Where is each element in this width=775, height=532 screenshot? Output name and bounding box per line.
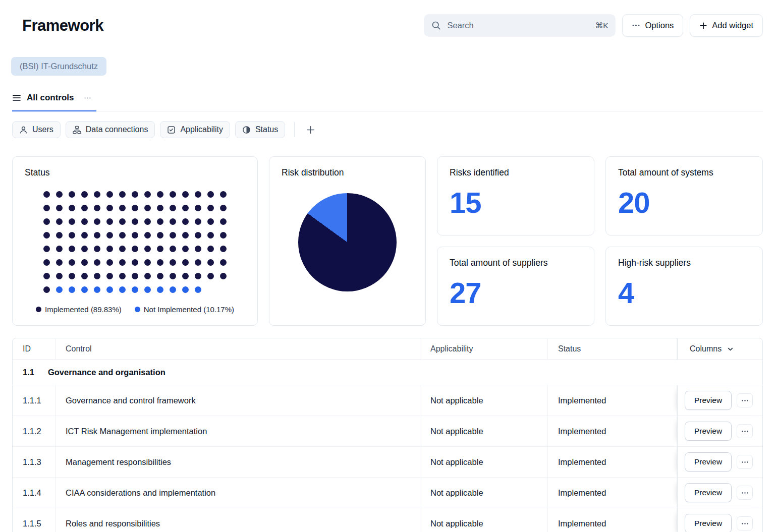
waffle-dot (170, 218, 176, 225)
control-status: Implemented (548, 385, 677, 416)
search-box[interactable]: ⌘K (424, 14, 616, 37)
waffle-dot (81, 286, 88, 293)
waffle-dot (182, 259, 189, 266)
legend-swatch (135, 307, 140, 312)
waffle-dot (220, 232, 227, 239)
waffle-dot (106, 246, 113, 252)
waffle-dot (144, 273, 151, 279)
preview-button[interactable]: Preview (685, 422, 732, 441)
preview-button[interactable]: Preview (685, 391, 732, 410)
waffle-dot (220, 218, 227, 225)
framework-chip[interactable]: (BSI) IT-Grundschutz (11, 57, 106, 76)
preview-button[interactable]: Preview (685, 483, 732, 502)
waffle-dot (220, 273, 227, 279)
ellipsis-icon (632, 21, 640, 30)
waffle-dot (43, 191, 50, 198)
waffle-dot (119, 205, 126, 211)
legend-item: Not Implemented (10.17%) (135, 305, 234, 314)
waffle-dot (81, 218, 88, 225)
column-header-applicability: Applicability (420, 338, 548, 360)
waffle-dot (170, 259, 176, 266)
row-more-button[interactable] (737, 424, 753, 438)
column-header-control: Control (56, 338, 420, 360)
control-id: 1.1.5 (13, 508, 56, 532)
waffle-dot (182, 191, 189, 198)
table-header: ID Control Applicability Status Columns (13, 338, 762, 360)
control-id: 1.1.1 (13, 385, 56, 416)
filter-status[interactable]: Status (235, 121, 285, 138)
waffle-dot (182, 218, 189, 225)
filter-users[interactable]: Users (12, 121, 61, 138)
waffle-dot (69, 205, 75, 211)
waffle-dot (69, 191, 75, 198)
hierarchy-icon (73, 126, 81, 134)
preview-button[interactable]: Preview (685, 514, 732, 532)
preview-button[interactable]: Preview (685, 452, 732, 471)
control-applicability: Not applicable (420, 385, 548, 416)
row-actions: Preview (677, 478, 763, 508)
waffle-dot (56, 273, 63, 279)
options-button[interactable]: Options (622, 14, 683, 37)
waffle-dot (170, 286, 176, 293)
tab-more-icon[interactable] (84, 94, 91, 102)
total-systems-widget: Total amount of systems 20 (605, 156, 763, 235)
waffle-dot (182, 273, 189, 279)
waffle-dot (69, 286, 75, 293)
waffle-dot (43, 218, 50, 225)
waffle-dot (119, 246, 126, 252)
waffle-dot (43, 273, 50, 279)
waffle-dot (207, 259, 214, 266)
waffle-dot (81, 273, 88, 279)
row-more-button[interactable] (737, 393, 753, 407)
risk-pie-chart (298, 193, 397, 291)
waffle-dot (56, 259, 63, 266)
waffle-dot (132, 246, 138, 252)
waffle-dot (144, 246, 151, 252)
high-risk-suppliers-widget: High-risk suppliers 4 (605, 247, 763, 326)
options-label: Options (645, 21, 674, 30)
waffle-dot (94, 218, 100, 225)
add-widget-button[interactable]: Add widget (690, 14, 763, 37)
section-title: Governance and organisation (48, 368, 165, 377)
control-name: Governance and control framework (56, 385, 420, 416)
waffle-dot (106, 218, 113, 225)
waffle-dot (119, 232, 126, 239)
waffle-dot (94, 246, 100, 252)
add-filter-button[interactable] (304, 123, 317, 137)
waffle-dot (81, 246, 88, 252)
waffle-dot (106, 205, 113, 211)
waffle-dot (170, 246, 176, 252)
status-legend: Implemented (89.83%) Not Implemented (10… (25, 305, 245, 314)
waffle-dot (132, 259, 138, 266)
filter-applicability[interactable]: Applicability (160, 121, 230, 138)
header-actions: ⌘K Options Add widget (424, 14, 763, 37)
waffle-dot (69, 218, 75, 225)
filter-label: Users (32, 125, 53, 134)
waffle-dot (195, 259, 201, 266)
risk-distribution-widget: Risk distribution (269, 156, 426, 326)
row-more-button[interactable] (737, 455, 753, 469)
row-more-button[interactable] (737, 516, 753, 530)
columns-menu-button[interactable]: Columns (677, 338, 764, 360)
waffle-dot (157, 273, 163, 279)
filter-data-connections[interactable]: Data connections (66, 121, 155, 138)
waffle-dot (94, 205, 100, 211)
waffle-dot (207, 191, 214, 198)
risks-identified-widget: Risks identified 15 (437, 156, 594, 235)
waffle-dot (81, 259, 88, 266)
row-more-button[interactable] (737, 486, 753, 500)
tab-label: All controls (27, 93, 74, 103)
waffle-dot (157, 232, 163, 239)
search-input[interactable] (446, 20, 590, 31)
row-actions: Preview (677, 416, 763, 446)
widget-grid: Status Implemented (89.83%) Not Implemen… (12, 156, 763, 326)
waffle-dot (132, 205, 138, 211)
control-status: Implemented (548, 508, 677, 532)
waffle-dot (144, 286, 151, 293)
waffle-dot (207, 246, 214, 252)
tab-all-controls[interactable]: All controls (12, 93, 96, 111)
waffle-dot (56, 232, 63, 239)
tab-bar: All controls (12, 93, 763, 111)
waffle-dot (132, 218, 138, 225)
waffle-dot (220, 246, 227, 252)
